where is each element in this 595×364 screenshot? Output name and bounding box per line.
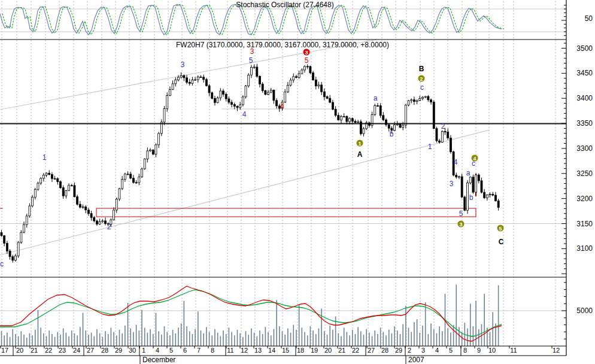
- wave-label-4: 4: [242, 110, 247, 119]
- wave-label-4: 4: [280, 102, 284, 111]
- wave-label-1: 1: [42, 153, 47, 162]
- wave-label-5: 5: [305, 56, 309, 65]
- month-label: December: [142, 356, 175, 364]
- date-label: 29: [115, 347, 122, 354]
- date-label: 10: [488, 347, 496, 354]
- price-axis-label: 3400: [576, 94, 593, 102]
- wave-label-A: A: [357, 150, 363, 159]
- price-axis-label: 3150: [576, 220, 593, 228]
- price-candlesticks: [1, 64, 499, 263]
- volume-ma-slow-line: [0, 290, 502, 336]
- date-label: 8: [211, 347, 214, 354]
- chart-canvas[interactable]: 5035003450340033503300325032003150310050…: [0, 0, 595, 364]
- date-label: 4: [435, 347, 439, 354]
- wave-label-5: 5: [249, 56, 253, 65]
- date-label: 21: [338, 347, 345, 354]
- wave-label-C: C: [499, 238, 504, 246]
- date-label: 23: [59, 347, 66, 354]
- date-label: 8: [463, 347, 467, 354]
- date-label: 21: [31, 347, 38, 354]
- svg-text:2: 2: [420, 76, 423, 82]
- date-label: 12: [241, 347, 248, 354]
- date-label: 14: [268, 347, 275, 354]
- wave-label-c: c: [0, 260, 4, 268]
- date-label: 19: [311, 347, 318, 354]
- date-label: 7: [197, 347, 201, 354]
- price-axis-label: 3450: [576, 69, 593, 77]
- date-label: 29: [395, 347, 402, 354]
- date-label: 12: [552, 347, 560, 354]
- date-label: 27: [87, 347, 94, 354]
- horizontal-gridlines: [0, 9, 566, 311]
- date-label: 4: [156, 347, 159, 354]
- date-label: 1: [142, 347, 145, 354]
- date-label: 9: [477, 347, 481, 354]
- wave-label-b: b: [469, 193, 473, 202]
- vertical-gridlines: [2, 1, 555, 346]
- date-label: 13: [254, 347, 262, 354]
- date-label: 22: [352, 347, 359, 354]
- date-label: 20: [324, 347, 332, 354]
- date-label: 24: [73, 347, 80, 354]
- volume-axis-label: 5000: [576, 307, 593, 315]
- volume-ma-lines: [0, 286, 502, 341]
- date-label: 3: [421, 347, 425, 354]
- wave-annotations: c12345345abcBAC12345abc123453: [0, 47, 504, 268]
- date-label: 20: [16, 347, 23, 354]
- wave-label-1: 1: [428, 142, 432, 151]
- wave-label-a: a: [374, 94, 378, 102]
- price-axis-label: 3100: [576, 244, 593, 253]
- volume-ma-fast-line: [0, 286, 502, 341]
- svg-text:1: 1: [358, 141, 361, 147]
- price-axis-label: 3500: [576, 44, 593, 53]
- wave-label-5: 5: [459, 210, 463, 218]
- wave-label-B: B: [419, 65, 424, 73]
- date-label: 30: [129, 347, 136, 354]
- wave-label-2: 2: [107, 223, 111, 231]
- volume-bars: [2, 284, 499, 346]
- panel-borders: [0, 40, 566, 356]
- svg-text:5: 5: [499, 226, 502, 232]
- metastock-chart-window: Stochastic Oscillator (27.4648) FW20H7 (…: [0, 0, 595, 364]
- stoch-axis-label: 50: [585, 14, 593, 23]
- date-label: 27: [368, 347, 375, 354]
- price-axis-label: 3250: [576, 169, 593, 178]
- wave-label-c: c: [420, 83, 424, 92]
- date-label: 6: [183, 347, 187, 354]
- support-zone-box: [0, 174, 476, 217]
- price-axis-label: 3300: [576, 144, 593, 153]
- date-label: 11: [510, 347, 517, 354]
- svg-text:3: 3: [305, 50, 308, 56]
- wave-label-a: a: [466, 169, 470, 177]
- wave-label-3: 3: [181, 60, 185, 69]
- date-label: 28: [101, 347, 108, 354]
- date-axis: 1720212223242728293014567811121314151819…: [1, 346, 560, 364]
- date-label: 17: [1, 347, 8, 354]
- date-label: 18: [297, 347, 304, 354]
- stochastic-panel-title: Stochastic Oscillator (27.4648): [236, 1, 333, 9]
- date-label: 15: [282, 347, 289, 354]
- month-label: 2007: [408, 356, 424, 364]
- price-axis-label: 3200: [576, 195, 593, 203]
- date-label: 5: [449, 347, 453, 354]
- date-label: 22: [45, 347, 52, 354]
- date-label: 5: [169, 347, 173, 354]
- wave-label-2: 2: [441, 122, 445, 131]
- date-label: 2: [408, 347, 411, 354]
- wave-label-3: 3: [450, 180, 454, 188]
- date-label: 28: [381, 347, 388, 354]
- wave-label-4: 4: [454, 158, 458, 166]
- price-axis-label: 3350: [576, 119, 593, 128]
- price-panel-title: FW20H7 (3170.0000, 3179.0000, 3167.0000,…: [176, 41, 389, 49]
- date-label: 11: [227, 347, 233, 354]
- right-axis: 5035003450340033503300325032003150310050…: [561, 0, 593, 356]
- svg-text:4: 4: [473, 156, 476, 162]
- svg-text:3: 3: [459, 222, 462, 228]
- wave-label-b: b: [390, 130, 394, 138]
